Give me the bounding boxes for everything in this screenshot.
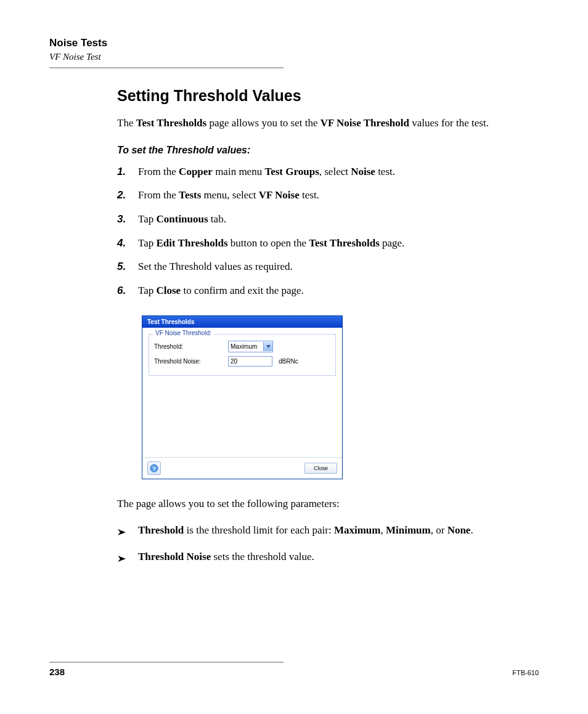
dialog-title: Test Thresholds (142, 316, 342, 328)
page-heading: Setting Threshold Values (117, 87, 539, 105)
text: From the (138, 166, 179, 177)
text-bold: Test Thresholds (309, 237, 379, 249)
text-bold: Minimum (386, 524, 431, 536)
bullet-text: Threshold Noise sets the threshold value… (138, 550, 539, 567)
bullet-item: Threshold is the threshold limit for eac… (117, 523, 539, 541)
threshold-select[interactable]: Maximum (228, 341, 273, 352)
text: test. (375, 166, 395, 177)
threshold-noise-row: Threshold Noise: 20 dBRNc (154, 356, 330, 367)
arrow-icon (117, 550, 138, 567)
text-bold: None (447, 524, 471, 536)
step-text: From the Copper main menu Test Groups, s… (138, 164, 539, 180)
chevron-down-icon (263, 342, 272, 351)
text: , (380, 524, 386, 536)
step-number: 5. (117, 259, 138, 275)
arrow-icon (117, 523, 138, 541)
threshold-label: Threshold: (154, 343, 228, 350)
text: is the threshold limit for each pair: (184, 524, 334, 536)
step-text: Tap Edit Thresholds button to open the T… (138, 236, 539, 251)
text: The (117, 117, 136, 129)
text-bold: Close (157, 285, 181, 296)
text: values for the test. (409, 117, 489, 129)
section-title: VF Noise Test (49, 52, 539, 62)
text-bold: Tests (179, 189, 201, 201)
header-divider (49, 67, 284, 68)
footer-divider (49, 662, 284, 663)
text: . (470, 524, 473, 536)
text-bold: Edit Thresholds (157, 237, 228, 249)
svg-text:?: ? (152, 465, 156, 472)
text-bold: Threshold Noise (138, 551, 211, 562)
close-button[interactable]: Close (304, 463, 337, 474)
text-bold: Threshold (138, 524, 184, 536)
threshold-noise-label: Threshold Noise: (154, 358, 228, 365)
text-bold: Test Thresholds (136, 117, 206, 129)
help-icon: ? (150, 464, 158, 473)
text-bold: Test Groups (264, 166, 319, 177)
dialog-body: VF Noise Threshold: Threshold: Maximum T… (142, 328, 342, 457)
text-bold: Copper (179, 166, 213, 177)
help-button[interactable]: ? (147, 461, 161, 475)
text: tab. (208, 213, 226, 225)
procedure-heading: To set the Threshold values: (117, 145, 539, 156)
step-number: 2. (117, 188, 138, 203)
text: Tap (138, 213, 157, 225)
text: , select (319, 166, 351, 177)
group-label: VF Noise Threshold: (153, 330, 214, 336)
text-bold: Noise (351, 166, 375, 177)
step-1: 1. From the Copper main menu Test Groups… (117, 164, 539, 180)
step-number: 6. (117, 283, 138, 299)
text: to confirm and exit the page. (181, 285, 304, 296)
step-text: From the Tests menu, select VF Noise tes… (138, 188, 539, 203)
step-5: 5. Set the Threshold values as required. (117, 259, 539, 275)
step-6: 6. Tap Close to confirm and exit the pag… (117, 283, 539, 299)
text: test. (300, 189, 319, 201)
intro-paragraph: The Test Thresholds page allows you to s… (117, 116, 539, 131)
text: Tap (138, 285, 157, 296)
step-number: 4. (117, 236, 138, 251)
text-bold: Maximum (334, 524, 381, 536)
text-bold: Continuous (157, 213, 208, 225)
step-number: 1. (117, 164, 138, 180)
step-4: 4. Tap Edit Thresholds button to open th… (117, 236, 539, 251)
step-text: Tap Close to confirm and exit the page. (138, 283, 539, 299)
text: main menu (213, 166, 265, 177)
document-id: FTB-610 (512, 669, 539, 676)
text: menu, select (201, 189, 258, 201)
page-number: 238 (49, 667, 65, 677)
text: Set the Threshold values as required. (138, 261, 293, 272)
step-2: 2. From the Tests menu, select VF Noise … (117, 188, 539, 203)
text: Tap (138, 237, 157, 249)
threshold-noise-input[interactable]: 20 (228, 356, 272, 367)
text: page allows you to set the (206, 117, 321, 129)
step-text: Set the Threshold values as required. (138, 259, 539, 275)
main-content: Setting Threshold Values The Test Thresh… (117, 87, 539, 567)
bullet-item: Threshold Noise sets the threshold value… (117, 550, 539, 567)
dialog-footer: ? Close (142, 457, 342, 479)
parameters-intro: The page allows you to set the following… (117, 497, 539, 512)
page-footer: 238 FTB-610 (49, 662, 539, 677)
chapter-title: Noise Tests (49, 37, 539, 49)
text: , or (431, 524, 447, 536)
text-bold: VF Noise (259, 189, 300, 201)
test-thresholds-dialog: Test Thresholds VF Noise Threshold: Thre… (142, 315, 343, 479)
text: button to open the (228, 237, 309, 249)
vf-noise-threshold-group: VF Noise Threshold: Threshold: Maximum T… (149, 334, 336, 376)
bullet-text: Threshold is the threshold limit for eac… (138, 523, 539, 541)
dialog-screenshot: Test Thresholds VF Noise Threshold: Thre… (142, 315, 539, 479)
step-number: 3. (117, 212, 138, 227)
unit-label: dBRNc (279, 358, 298, 365)
step-text: Tap Continuous tab. (138, 212, 539, 227)
text-bold: VF Noise Threshold (321, 117, 409, 129)
text: From the (138, 189, 179, 201)
step-3: 3. Tap Continuous tab. (117, 212, 539, 227)
threshold-row: Threshold: Maximum (154, 341, 330, 352)
select-value: Maximum (231, 343, 257, 350)
text: page. (380, 237, 405, 249)
text: sets the threshold value. (211, 551, 314, 562)
